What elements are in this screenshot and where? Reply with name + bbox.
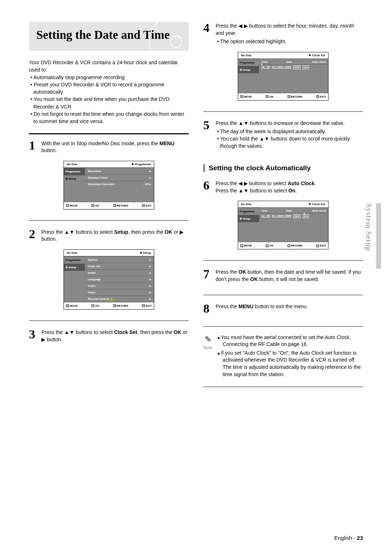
right-column: 4 Press the ◀ ▶ buttons to select the ho… [203, 22, 363, 387]
note-item: You must have the aerial connected to se… [217, 334, 363, 348]
osd-screenshot-setup: No Disc ❖ Setup Programme ⚙ Setup System… [64, 249, 154, 310]
left-column: Setting the Date and Time Your DVD Recor… [29, 22, 189, 387]
step-8: 8 Press the MENU button to exit the menu… [203, 302, 363, 315]
intro-item: Automatically stop programme recording [31, 74, 189, 81]
disc-graphic [149, 22, 189, 51]
divider [29, 321, 189, 321]
step-text: With the unit in Stop mode/No Disc mode,… [41, 139, 189, 154]
osd-row: ShowView Extended: Off ▸ [85, 181, 154, 187]
lock-icon: 🔒 [110, 297, 113, 301]
step-4: 4 Press the ◀ ▶ buttons to select the ho… [203, 22, 363, 45]
intro-lead: Your DVD Recorder & VCR contains a 24-ho… [29, 59, 189, 74]
divider [203, 295, 363, 295]
intro-item: Preset your DVD Recorder & VCR to record… [31, 81, 189, 96]
osd-screenshot-clockset-1: No Disc ❖ Clock Set Programme ⚙ Setup Ti… [238, 52, 328, 101]
intro-block: Your DVD Recorder & VCR contains a 24-ho… [29, 59, 189, 125]
divider [29, 220, 189, 221]
note-item: If you set "Auto Clock" to "On", the Aut… [217, 350, 363, 378]
section-title-box: Setting the Date and Time [29, 22, 189, 51]
divider [203, 260, 363, 261]
step-text: Press the ▲▼ buttons to select Setup, th… [41, 228, 189, 243]
step-7: 7 Press the OK button, then the date and… [203, 268, 363, 283]
step-number: 1 [29, 139, 38, 154]
note-icon: ✎ [203, 334, 212, 345]
osd-status: No Disc [67, 163, 78, 166]
side-tab: System Setup [364, 203, 381, 269]
divider [29, 133, 189, 134]
note-box: ✎ Note You must have the aerial connecte… [203, 334, 363, 380]
osd-tab-setup: ⚙ Setup [64, 175, 85, 182]
step-text: Press the ▲▼ buttons to select Clock Set… [41, 328, 189, 343]
subheading: Setting the clock Automatically [203, 164, 363, 172]
osd-screenshot-programme: No Disc ❖ Programme Programme ⚙ Setup Sh… [64, 161, 154, 209]
step-3: 3 Press the ▲▼ buttons to select Clock S… [29, 328, 189, 343]
step-6: 6 Press the ◀ ▶ buttons to select Auto C… [203, 179, 363, 194]
step-5: 5 Press the ▲▼ buttons to increase or de… [203, 119, 363, 150]
osd-row: ShowView▸ [85, 168, 154, 174]
step-number: 3 [29, 328, 38, 343]
intro-item: Do not forgot to reset the time when you… [31, 110, 189, 125]
divider [203, 326, 363, 327]
page-footer: English - 23 [334, 535, 363, 541]
intro-item: You must set the date and time when you … [31, 95, 189, 110]
osd-tab-programme: Programme [64, 168, 85, 175]
divider [203, 111, 363, 112]
accent-bar [203, 164, 205, 172]
step-number: 2 [29, 228, 38, 243]
osd-row: Standard Timer▸ [85, 174, 154, 181]
osd-screenshot-clockset-2: No Disc ❖ Clock Set Programme ⚙ Setup Ti… [238, 201, 328, 249]
note-label: ✎ Note [203, 334, 212, 380]
osd-title: ❖ Programme [131, 163, 151, 166]
step-1: 1 With the unit in Stop mode/No Disc mod… [29, 139, 189, 154]
divider [203, 387, 363, 387]
step-2: 2 Press the ▲▼ buttons to select Setup, … [29, 228, 189, 243]
